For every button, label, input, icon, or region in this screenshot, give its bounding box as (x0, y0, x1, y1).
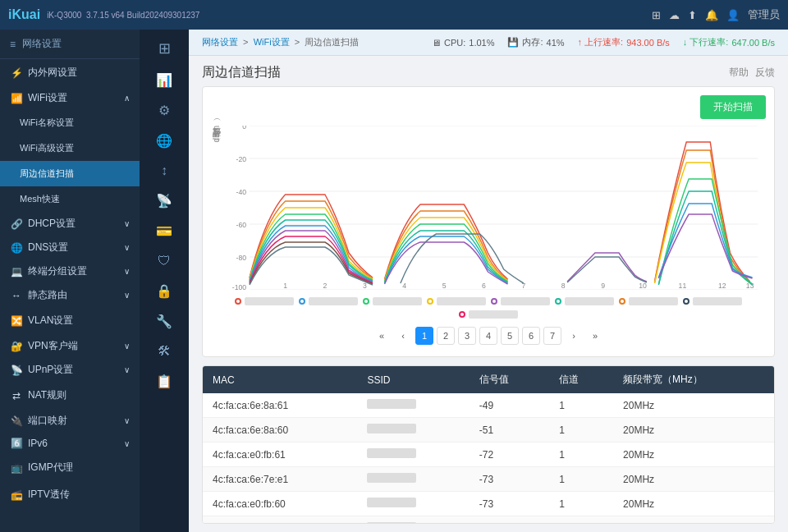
legend-label-2 (309, 297, 358, 305)
legend-dot-4 (427, 298, 433, 305)
cell-ssid (357, 443, 469, 467)
sidebar-item-内外网设置[interactable]: ⚡ 内外网设置 (0, 59, 140, 86)
nav-advanced[interactable]: 🔧 (156, 307, 172, 336)
page-last[interactable]: » (586, 327, 604, 345)
legend-2 (299, 297, 358, 305)
sidebar-item-mesh[interactable]: Mesh快速 (0, 186, 140, 212)
upload-value: 943.00 B/s (626, 38, 670, 48)
svg-text:5: 5 (442, 282, 447, 290)
cloud-icon[interactable]: ☁ (669, 9, 680, 21)
mem-stat: 💾 内存: 41% (507, 36, 564, 48)
breadcrumb-current: 周边信道扫描 (305, 37, 359, 47)
help-button[interactable]: 帮助 (729, 66, 749, 80)
sidebar-collapse[interactable]: ≡ 网络设置 (0, 30, 140, 59)
nav-logs[interactable]: 📋 (156, 367, 172, 396)
port-arrow: ∨ (124, 416, 130, 425)
cpu-value: 1.01% (469, 38, 494, 48)
scan-button[interactable]: 开始扫描 (700, 95, 766, 119)
sidebar-item-nat[interactable]: ⇄ NAT规则 (0, 382, 140, 409)
nav-auth[interactable]: 💳 (156, 217, 172, 245)
bell-icon[interactable]: 🔔 (705, 9, 718, 21)
page-5[interactable]: 5 (501, 327, 519, 345)
sidebar-item-terminal[interactable]: 💻 终端分组设置 ∨ (0, 259, 140, 283)
cell-ssid (357, 418, 469, 443)
sidebar-item-dhcp[interactable]: 🔗 DHCP设置 ∨ (0, 212, 140, 236)
legend-5 (491, 297, 550, 305)
ipv6-arrow: ∨ (124, 439, 130, 448)
nav-sysset[interactable]: ⚙ (158, 96, 170, 125)
sidebar-item-static-route[interactable]: ↔ 静态路由 ∨ (0, 283, 140, 307)
cell-signal: -49 (470, 393, 549, 418)
sidebar-item-vpn[interactable]: 🔐 VPN客户端 ∨ (0, 334, 140, 358)
statusbar: 网络设置 > WiFi设置 > 周边信道扫描 🖥 CPU: 1.01% 💾 内存… (189, 30, 788, 56)
legend-label-4 (437, 297, 486, 305)
sidebar-item-vlan[interactable]: 🔀 VLAN设置 (0, 307, 140, 334)
feedback-button[interactable]: 反馈 (755, 66, 775, 80)
cell-mac: 4c:fa:ca:6e:8a:61 (203, 393, 357, 418)
chart-svg: 0 -20 -40 -60 -80 -100 1 2 3 4 5 (226, 126, 766, 290)
sidebar-item-iptv[interactable]: 📻 IPTV透传 (0, 481, 140, 508)
cell-bandwidth: 20MHz (613, 393, 774, 418)
nav-flow[interactable]: ↕ (161, 157, 167, 185)
page-first[interactable]: « (373, 327, 391, 345)
mem-value: 41% (547, 38, 565, 48)
sidebar: ≡ 网络设置 ⚡ 内外网设置 📶 WiFi设置 ∧ WiFi名称设置 WiFi高… (0, 30, 140, 532)
cell-channel: 1 (549, 516, 613, 525)
main-layout: ≡ 网络设置 ⚡ 内外网设置 📶 WiFi设置 ∧ WiFi名称设置 WiFi高… (0, 30, 788, 532)
breadcrumb-wifi[interactable]: WiFi设置 (254, 37, 290, 47)
nav-ac[interactable]: 📡 (156, 186, 172, 215)
sidebar-item-igmp[interactable]: 📺 IGMP代理 (0, 454, 140, 481)
page-prev[interactable]: ‹ (394, 327, 412, 345)
page-2[interactable]: 2 (437, 327, 455, 345)
cell-bandwidth: 20MHz (613, 443, 774, 467)
page-4[interactable]: 4 (479, 327, 497, 345)
cell-mac: 4c:fa:ca:e0:fb:61 (203, 443, 357, 467)
sidebar-item-wifi[interactable]: 📶 WiFi设置 ∧ (0, 86, 140, 110)
col-bandwidth: 频段带宽（MHz） (613, 366, 774, 393)
cell-ssid (357, 516, 469, 525)
vlan-icon: 🔀 (10, 315, 23, 327)
sidebar-item-dns[interactable]: 🌐 DNS设置 ∨ (0, 236, 140, 259)
hamburger-icon: ≡ (10, 39, 16, 50)
sidebar-item-channel-scan[interactable]: 周边信道扫描 (0, 161, 140, 186)
cell-signal: -51 (470, 418, 549, 443)
cell-bandwidth: 20MHz (613, 467, 774, 492)
cell-mac: 4c:fa:ca:e0:fb:60 (203, 492, 357, 516)
chart-section: 开始扫描 信号强度（dBm） (202, 86, 775, 357)
page-next[interactable]: › (565, 327, 583, 345)
page-3[interactable]: 3 (458, 327, 476, 345)
pagination: « ‹ 1 2 3 4 5 6 7 › » (211, 323, 766, 348)
legend-dot-7 (619, 298, 625, 305)
page-1[interactable]: 1 (415, 327, 433, 345)
sidebar-item-wifi-name[interactable]: WiFi名称设置 (0, 110, 140, 135)
nav-security[interactable]: 🔒 (156, 277, 172, 305)
page-6[interactable]: 6 (522, 327, 540, 345)
nav-tools[interactable]: 🛠 (158, 337, 171, 365)
page-header: 周边信道扫描 帮助 反馈 (189, 56, 788, 86)
upnp-icon: 📡 (10, 365, 23, 376)
nav-system[interactable]: ⊞ (158, 33, 171, 64)
svg-text:-20: -20 (236, 155, 247, 163)
upgrade-icon[interactable]: ⬆ (688, 9, 697, 21)
cell-channel: 1 (549, 418, 613, 443)
sidebar-item-ipv6[interactable]: 6️⃣ IPv6 ∨ (0, 433, 140, 454)
grid-icon[interactable]: ⊞ (652, 9, 661, 21)
page-7[interactable]: 7 (543, 327, 561, 345)
upnp-arrow: ∨ (124, 365, 130, 374)
nav-monitor[interactable]: 📊 (156, 66, 172, 94)
user-icon[interactable]: 👤 (726, 9, 740, 21)
sidebar-item-port-map[interactable]: 🔌 端口映射 ∨ (0, 409, 140, 433)
iptv-icon: 📻 (10, 489, 23, 501)
sidebar-item-wifi-advanced[interactable]: WiFi高级设置 (0, 135, 140, 161)
svg-text:10: 10 (639, 282, 647, 290)
svg-text:8: 8 (561, 282, 566, 290)
legend-4 (427, 297, 486, 305)
content-area: 网络设置 > WiFi设置 > 周边信道扫描 🖥 CPU: 1.01% 💾 内存… (189, 30, 788, 532)
cell-mac: 4c:fa:ca:6e:7e:e1 (203, 467, 357, 492)
sidebar-item-upnp[interactable]: 📡 UPnP设置 ∨ (0, 358, 140, 382)
nav-netset[interactable]: 🌐 (156, 126, 172, 155)
nav-behavior[interactable]: 🛡 (158, 247, 171, 275)
legend-label-5 (501, 297, 550, 305)
igmp-icon: 📺 (10, 462, 23, 474)
breadcrumb-net[interactable]: 网络设置 (202, 37, 238, 47)
